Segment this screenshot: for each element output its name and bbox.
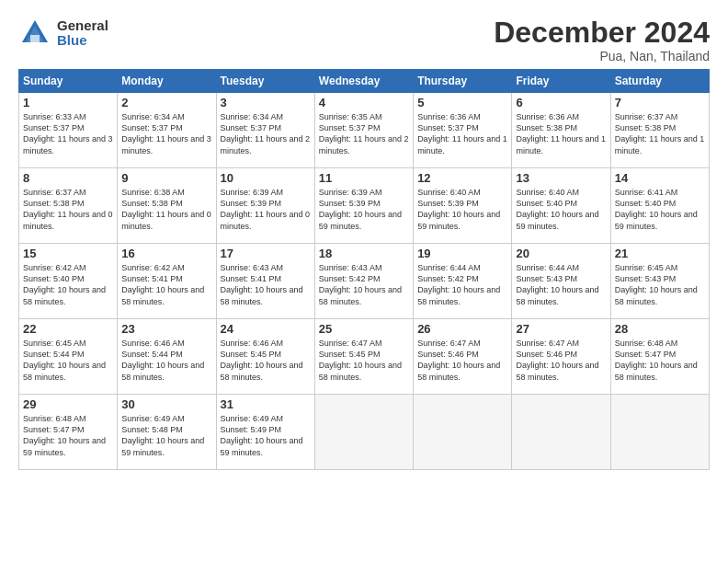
day-info-11: Sunrise: 6:39 AMSunset: 5:39 PMDaylight:… — [319, 187, 409, 232]
day-info-23: Sunrise: 6:46 AMSunset: 5:44 PMDaylight:… — [121, 338, 211, 383]
day-num-20: 20 — [516, 247, 606, 260]
day-info-13: Sunrise: 6:40 AMSunset: 5:40 PMDaylight:… — [516, 187, 606, 232]
day-info-8: Sunrise: 6:37 AMSunset: 5:38 PMDaylight:… — [23, 187, 113, 232]
day-cell-28: 28 Sunrise: 6:48 AMSunset: 5:47 PMDaylig… — [610, 319, 709, 395]
day-info-10: Sunrise: 6:39 AMSunset: 5:39 PMDaylight:… — [221, 187, 311, 232]
empty-cell-3 — [512, 395, 610, 470]
header-friday: Friday — [512, 70, 610, 93]
day-num-10: 10 — [221, 171, 311, 185]
day-num-12: 12 — [417, 171, 507, 185]
day-num-19: 19 — [417, 247, 507, 260]
day-info-27: Sunrise: 6:47 AMSunset: 5:46 PMDaylight:… — [516, 338, 606, 383]
day-info-14: Sunrise: 6:41 AMSunset: 5:40 PMDaylight:… — [615, 187, 705, 232]
week-row-2: 8 Sunrise: 6:37 AMSunset: 5:38 PMDayligh… — [19, 168, 710, 244]
week-row-4: 22 Sunrise: 6:45 AMSunset: 5:44 PMDaylig… — [19, 319, 710, 395]
day-cell-27: 27 Sunrise: 6:47 AMSunset: 5:46 PMDaylig… — [512, 319, 610, 395]
day-cell-31: 31 Sunrise: 6:49 AMSunset: 5:49 PMDaylig… — [216, 395, 314, 470]
day-info-19: Sunrise: 6:44 AMSunset: 5:42 PMDaylight:… — [417, 262, 507, 307]
day-info-29: Sunrise: 6:48 AMSunset: 5:47 PMDaylight:… — [23, 413, 113, 458]
day-cell-19: 19 Sunrise: 6:44 AMSunset: 5:42 PMDaylig… — [414, 244, 512, 319]
header-sunday: Sunday — [19, 70, 118, 93]
day-info-16: Sunrise: 6:42 AMSunset: 5:41 PMDaylight:… — [121, 262, 211, 307]
day-cell-7: 7 Sunrise: 6:37 AMSunset: 5:38 PMDayligh… — [610, 93, 709, 168]
day-num-11: 11 — [319, 171, 409, 185]
logo-blue-text: Blue — [57, 33, 108, 49]
day-num-1: 1 — [23, 96, 113, 109]
week-row-3: 15 Sunrise: 6:42 AMSunset: 5:40 PMDaylig… — [19, 244, 710, 319]
day-cell-8: 8 Sunrise: 6:37 AMSunset: 5:38 PMDayligh… — [19, 168, 118, 244]
day-num-2: 2 — [121, 96, 211, 109]
header-monday: Monday — [118, 70, 216, 93]
calendar-header-row: Sunday Monday Tuesday Wednesday Thursday… — [19, 70, 710, 93]
day-num-24: 24 — [221, 322, 311, 336]
day-cell-22: 22 Sunrise: 6:45 AMSunset: 5:44 PMDaylig… — [19, 319, 118, 395]
location-title: Pua, Nan, Thailand — [494, 49, 710, 63]
day-cell-21: 21 Sunrise: 6:45 AMSunset: 5:43 PMDaylig… — [610, 244, 709, 319]
day-num-21: 21 — [615, 247, 705, 260]
day-cell-24: 24 Sunrise: 6:46 AMSunset: 5:45 PMDaylig… — [216, 319, 314, 395]
day-cell-17: 17 Sunrise: 6:43 AMSunset: 5:41 PMDaylig… — [216, 244, 314, 319]
day-num-4: 4 — [319, 96, 409, 109]
day-num-23: 23 — [121, 322, 211, 336]
empty-cell-4 — [610, 395, 709, 470]
day-num-6: 6 — [516, 96, 606, 109]
day-num-25: 25 — [319, 322, 409, 336]
day-cell-26: 26 Sunrise: 6:47 AMSunset: 5:46 PMDaylig… — [414, 319, 512, 395]
day-num-22: 22 — [23, 322, 113, 336]
day-info-17: Sunrise: 6:43 AMSunset: 5:41 PMDaylight:… — [221, 262, 311, 307]
header-tuesday: Tuesday — [216, 70, 314, 93]
day-cell-12: 12 Sunrise: 6:40 AMSunset: 5:39 PMDaylig… — [414, 168, 512, 244]
day-info-2: Sunrise: 6:34 AMSunset: 5:37 PMDaylight:… — [121, 111, 211, 156]
week-row-1: 1 Sunrise: 6:33 AMSunset: 5:37 PMDayligh… — [19, 93, 710, 168]
day-cell-6: 6 Sunrise: 6:36 AMSunset: 5:38 PMDayligh… — [512, 93, 610, 168]
day-cell-16: 16 Sunrise: 6:42 AMSunset: 5:41 PMDaylig… — [118, 244, 216, 319]
day-num-16: 16 — [121, 247, 211, 260]
day-info-28: Sunrise: 6:48 AMSunset: 5:47 PMDaylight:… — [615, 338, 705, 383]
header-saturday: Saturday — [610, 70, 709, 93]
day-num-26: 26 — [417, 322, 507, 336]
day-info-6: Sunrise: 6:36 AMSunset: 5:38 PMDaylight:… — [516, 111, 606, 156]
day-cell-30: 30 Sunrise: 6:49 AMSunset: 5:48 PMDaylig… — [118, 395, 216, 470]
header: General Blue December 2024 Pua, Nan, Tha… — [18, 17, 710, 63]
day-num-27: 27 — [516, 322, 606, 336]
day-info-3: Sunrise: 6:34 AMSunset: 5:37 PMDaylight:… — [221, 111, 311, 156]
day-cell-9: 9 Sunrise: 6:38 AMSunset: 5:38 PMDayligh… — [118, 168, 216, 244]
day-info-18: Sunrise: 6:43 AMSunset: 5:42 PMDaylight:… — [319, 262, 409, 307]
day-num-31: 31 — [221, 397, 311, 411]
day-info-12: Sunrise: 6:40 AMSunset: 5:39 PMDaylight:… — [417, 187, 507, 232]
day-cell-20: 20 Sunrise: 6:44 AMSunset: 5:43 PMDaylig… — [512, 244, 610, 319]
header-thursday: Thursday — [414, 70, 512, 93]
logo-icon — [18, 17, 51, 50]
day-cell-25: 25 Sunrise: 6:47 AMSunset: 5:45 PMDaylig… — [314, 319, 413, 395]
day-info-25: Sunrise: 6:47 AMSunset: 5:45 PMDaylight:… — [319, 338, 409, 383]
day-num-15: 15 — [23, 247, 113, 260]
day-cell-2: 2 Sunrise: 6:34 AMSunset: 5:37 PMDayligh… — [118, 93, 216, 168]
day-info-4: Sunrise: 6:35 AMSunset: 5:37 PMDaylight:… — [319, 111, 409, 156]
svg-rect-2 — [30, 35, 40, 42]
day-num-5: 5 — [417, 96, 507, 109]
logo: General Blue — [18, 17, 108, 50]
day-info-9: Sunrise: 6:38 AMSunset: 5:38 PMDaylight:… — [121, 187, 211, 232]
day-info-1: Sunrise: 6:33 AMSunset: 5:37 PMDaylight:… — [23, 111, 113, 156]
day-num-13: 13 — [516, 171, 606, 185]
day-info-5: Sunrise: 6:36 AMSunset: 5:37 PMDaylight:… — [417, 111, 507, 156]
day-cell-23: 23 Sunrise: 6:46 AMSunset: 5:44 PMDaylig… — [118, 319, 216, 395]
day-cell-3: 3 Sunrise: 6:34 AMSunset: 5:37 PMDayligh… — [216, 93, 314, 168]
day-info-20: Sunrise: 6:44 AMSunset: 5:43 PMDaylight:… — [516, 262, 606, 307]
week-row-5: 29 Sunrise: 6:48 AMSunset: 5:47 PMDaylig… — [19, 395, 710, 470]
title-block: December 2024 Pua, Nan, Thailand — [494, 17, 710, 63]
day-cell-10: 10 Sunrise: 6:39 AMSunset: 5:39 PMDaylig… — [216, 168, 314, 244]
day-num-3: 3 — [221, 96, 311, 109]
day-cell-5: 5 Sunrise: 6:36 AMSunset: 5:37 PMDayligh… — [414, 93, 512, 168]
empty-cell-1 — [314, 395, 413, 470]
day-cell-15: 15 Sunrise: 6:42 AMSunset: 5:40 PMDaylig… — [19, 244, 118, 319]
day-cell-18: 18 Sunrise: 6:43 AMSunset: 5:42 PMDaylig… — [314, 244, 413, 319]
day-info-22: Sunrise: 6:45 AMSunset: 5:44 PMDaylight:… — [23, 338, 113, 383]
empty-cell-2 — [414, 395, 512, 470]
day-info-26: Sunrise: 6:47 AMSunset: 5:46 PMDaylight:… — [417, 338, 507, 383]
day-info-31: Sunrise: 6:49 AMSunset: 5:49 PMDaylight:… — [221, 413, 311, 458]
logo-text: General Blue — [57, 18, 108, 49]
day-num-17: 17 — [221, 247, 311, 260]
day-num-29: 29 — [23, 397, 113, 411]
month-title: December 2024 — [494, 17, 710, 49]
